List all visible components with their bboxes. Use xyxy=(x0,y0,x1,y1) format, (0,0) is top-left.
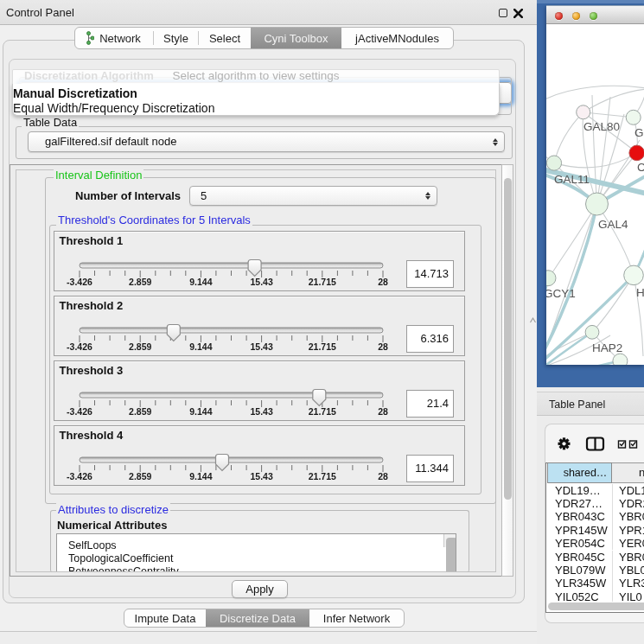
svg-text:2.859: 2.859 xyxy=(129,341,151,352)
svg-text:-3.426: -3.426 xyxy=(67,341,92,352)
svg-text:G.: G. xyxy=(634,126,644,139)
svg-text:28: 28 xyxy=(378,277,388,287)
svg-text:9.144: 9.144 xyxy=(189,277,212,287)
svg-text:-3.426: -3.426 xyxy=(67,406,92,417)
svg-text:HAP2: HAP2 xyxy=(592,341,622,354)
svg-text:15.43: 15.43 xyxy=(250,277,272,287)
svg-text:15.43: 15.43 xyxy=(250,341,272,352)
svg-text:GAL4: GAL4 xyxy=(598,218,628,231)
svg-text:C: C xyxy=(637,161,644,174)
svg-text:28: 28 xyxy=(378,406,388,417)
svg-text:-3.426: -3.426 xyxy=(67,471,92,481)
svg-text:21.715: 21.715 xyxy=(308,406,335,417)
svg-text:21.715: 21.715 xyxy=(308,341,335,352)
svg-text:28: 28 xyxy=(378,341,388,352)
svg-text:21.715: 21.715 xyxy=(308,471,335,481)
svg-text:2.859: 2.859 xyxy=(128,471,150,481)
svg-text:H: H xyxy=(636,286,644,299)
svg-text:-3.426: -3.426 xyxy=(67,277,92,287)
svg-text:28: 28 xyxy=(378,471,388,481)
svg-text:GAL11: GAL11 xyxy=(554,173,590,186)
svg-text:GCY1: GCY1 xyxy=(546,287,576,300)
svg-text:2.859: 2.859 xyxy=(128,406,150,417)
svg-text:9.144: 9.144 xyxy=(189,406,212,417)
svg-text:9.144: 9.144 xyxy=(189,471,212,481)
svg-text:21.715: 21.715 xyxy=(308,277,335,287)
svg-text:15.43: 15.43 xyxy=(250,471,272,481)
svg-text:9.144: 9.144 xyxy=(189,341,212,352)
svg-text:GAL80: GAL80 xyxy=(583,120,620,133)
svg-text:15.43: 15.43 xyxy=(250,406,272,417)
svg-text:2.859: 2.859 xyxy=(129,277,151,287)
